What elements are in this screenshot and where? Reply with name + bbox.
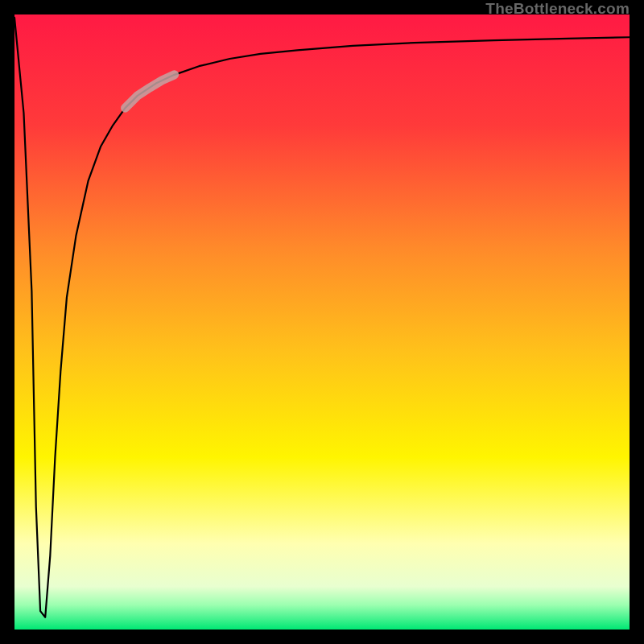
chart-svg <box>14 14 630 630</box>
plot-area <box>14 14 630 630</box>
watermark-text: TheBottleneck.com <box>485 0 630 18</box>
gradient-bg <box>14 14 630 630</box>
chart-frame: TheBottleneck.com <box>0 0 644 644</box>
